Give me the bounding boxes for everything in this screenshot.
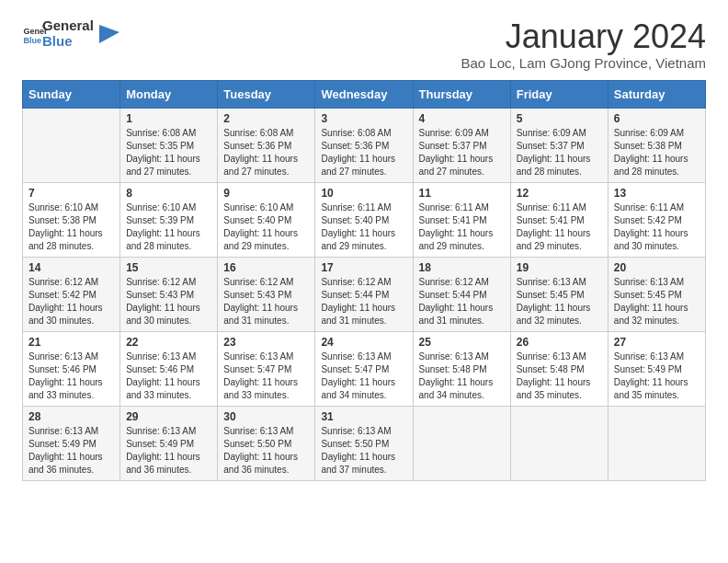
calendar-cell: 26Sunrise: 6:13 AMSunset: 5:48 PMDayligh… [510, 331, 608, 406]
day-number: 9 [223, 187, 309, 200]
calendar-cell: 17Sunrise: 6:12 AMSunset: 5:44 PMDayligh… [315, 257, 413, 331]
day-info: Sunrise: 6:08 AMSunset: 5:35 PMDaylight:… [126, 127, 211, 178]
calendar-cell [23, 108, 120, 182]
calendar-cell: 30Sunrise: 6:13 AMSunset: 5:50 PMDayligh… [218, 406, 315, 480]
calendar-cell: 24Sunrise: 6:13 AMSunset: 5:47 PMDayligh… [315, 331, 413, 406]
day-number: 18 [419, 261, 505, 274]
day-info: Sunrise: 6:13 AMSunset: 5:50 PMDaylight:… [223, 425, 309, 477]
day-info: Sunrise: 6:10 AMSunset: 5:39 PMDaylight:… [126, 201, 211, 253]
day-number: 17 [321, 261, 406, 274]
calendar-cell: 6Sunrise: 6:09 AMSunset: 5:38 PMDaylight… [608, 108, 705, 182]
calendar-cell: 28Sunrise: 6:13 AMSunset: 5:49 PMDayligh… [23, 406, 120, 480]
day-info: Sunrise: 6:13 AMSunset: 5:49 PMDaylight:… [614, 350, 700, 402]
day-number: 29 [126, 410, 211, 423]
day-info: Sunrise: 6:12 AMSunset: 5:43 PMDaylight:… [223, 276, 309, 327]
day-number: 11 [419, 187, 505, 200]
day-info: Sunrise: 6:13 AMSunset: 5:48 PMDaylight:… [517, 350, 602, 402]
header-day-sunday: Sunday [23, 80, 120, 108]
day-number: 3 [321, 112, 406, 125]
calendar-cell: 15Sunrise: 6:12 AMSunset: 5:43 PMDayligh… [120, 257, 218, 331]
day-number: 12 [517, 187, 602, 200]
calendar-cell [510, 406, 608, 480]
header-day-tuesday: Tuesday [218, 80, 315, 108]
logo-blue-text: Blue [42, 34, 94, 50]
day-info: Sunrise: 6:13 AMSunset: 5:46 PMDaylight:… [126, 350, 211, 402]
day-number: 4 [419, 112, 505, 125]
day-number: 15 [126, 261, 211, 274]
calendar-cell [608, 406, 705, 480]
header-day-monday: Monday [120, 80, 218, 108]
day-number: 6 [614, 112, 700, 125]
svg-text:Blue: Blue [23, 35, 41, 44]
day-number: 26 [517, 336, 602, 349]
calendar-cell: 1Sunrise: 6:08 AMSunset: 5:35 PMDaylight… [120, 108, 218, 182]
calendar-week-3: 14Sunrise: 6:12 AMSunset: 5:42 PMDayligh… [23, 257, 706, 331]
day-number: 14 [28, 261, 114, 274]
calendar-header: SundayMondayTuesdayWednesdayThursdayFrid… [23, 80, 706, 108]
calendar-cell: 14Sunrise: 6:12 AMSunset: 5:42 PMDayligh… [23, 257, 120, 331]
header-day-friday: Friday [510, 80, 608, 108]
day-number: 25 [419, 336, 505, 349]
day-info: Sunrise: 6:09 AMSunset: 5:37 PMDaylight:… [517, 127, 602, 178]
day-info: Sunrise: 6:13 AMSunset: 5:47 PMDaylight:… [321, 350, 406, 402]
calendar-cell: 5Sunrise: 6:09 AMSunset: 5:37 PMDaylight… [510, 108, 608, 182]
day-info: Sunrise: 6:12 AMSunset: 5:44 PMDaylight:… [419, 276, 505, 327]
calendar-cell: 29Sunrise: 6:13 AMSunset: 5:49 PMDayligh… [120, 406, 218, 480]
calendar-cell: 31Sunrise: 6:13 AMSunset: 5:50 PMDayligh… [315, 406, 413, 480]
calendar-cell: 4Sunrise: 6:09 AMSunset: 5:37 PMDaylight… [413, 108, 510, 182]
logo-arrow-icon [99, 17, 119, 45]
header-day-saturday: Saturday [608, 80, 705, 108]
calendar-cell: 2Sunrise: 6:08 AMSunset: 5:36 PMDaylight… [218, 108, 315, 182]
day-info: Sunrise: 6:08 AMSunset: 5:36 PMDaylight:… [223, 127, 309, 178]
day-number: 20 [614, 261, 700, 274]
day-number: 27 [614, 336, 700, 349]
day-info: Sunrise: 6:13 AMSunset: 5:49 PMDaylight:… [126, 425, 211, 477]
header: General Blue General Blue January 2024 B… [22, 18, 706, 71]
day-info: Sunrise: 6:11 AMSunset: 5:40 PMDaylight:… [321, 201, 406, 253]
day-info: Sunrise: 6:11 AMSunset: 5:41 PMDaylight:… [517, 201, 602, 253]
calendar-cell: 3Sunrise: 6:08 AMSunset: 5:36 PMDaylight… [315, 108, 413, 182]
calendar-cell: 12Sunrise: 6:11 AMSunset: 5:41 PMDayligh… [510, 182, 608, 257]
day-info: Sunrise: 6:13 AMSunset: 5:49 PMDaylight:… [28, 425, 114, 477]
day-info: Sunrise: 6:10 AMSunset: 5:40 PMDaylight:… [223, 201, 309, 253]
calendar-cell: 19Sunrise: 6:13 AMSunset: 5:45 PMDayligh… [510, 257, 608, 331]
calendar-cell: 25Sunrise: 6:13 AMSunset: 5:48 PMDayligh… [413, 331, 510, 406]
calendar-cell: 23Sunrise: 6:13 AMSunset: 5:47 PMDayligh… [218, 331, 315, 406]
day-number: 5 [517, 112, 602, 125]
calendar-cell: 11Sunrise: 6:11 AMSunset: 5:41 PMDayligh… [413, 182, 510, 257]
day-number: 30 [223, 410, 309, 423]
day-info: Sunrise: 6:11 AMSunset: 5:42 PMDaylight:… [614, 201, 700, 253]
calendar-cell: 8Sunrise: 6:10 AMSunset: 5:39 PMDaylight… [120, 182, 218, 257]
calendar-cell: 20Sunrise: 6:13 AMSunset: 5:45 PMDayligh… [608, 257, 705, 331]
title-section: January 2024 Bao Loc, Lam GJong Province… [461, 18, 706, 71]
day-info: Sunrise: 6:13 AMSunset: 5:45 PMDaylight:… [614, 276, 700, 327]
day-info: Sunrise: 6:13 AMSunset: 5:50 PMDaylight:… [321, 425, 406, 477]
day-info: Sunrise: 6:13 AMSunset: 5:48 PMDaylight:… [419, 350, 505, 402]
calendar-cell: 9Sunrise: 6:10 AMSunset: 5:40 PMDaylight… [218, 182, 315, 257]
svg-marker-3 [99, 25, 119, 43]
day-number: 19 [517, 261, 602, 274]
calendar-table: SundayMondayTuesdayWednesdayThursdayFrid… [22, 80, 706, 481]
day-number: 10 [321, 187, 406, 200]
calendar-week-4: 21Sunrise: 6:13 AMSunset: 5:46 PMDayligh… [23, 331, 706, 406]
day-number: 24 [321, 336, 406, 349]
day-number: 23 [223, 336, 309, 349]
calendar-cell: 21Sunrise: 6:13 AMSunset: 5:46 PMDayligh… [23, 331, 120, 406]
day-info: Sunrise: 6:12 AMSunset: 5:43 PMDaylight:… [126, 276, 211, 327]
page-subtitle: Bao Loc, Lam GJong Province, Vietnam [461, 55, 706, 71]
day-info: Sunrise: 6:13 AMSunset: 5:45 PMDaylight:… [517, 276, 602, 327]
calendar-cell: 16Sunrise: 6:12 AMSunset: 5:43 PMDayligh… [218, 257, 315, 331]
logo-general-text: General [42, 18, 94, 34]
day-number: 28 [28, 410, 114, 423]
calendar-cell: 18Sunrise: 6:12 AMSunset: 5:44 PMDayligh… [413, 257, 510, 331]
day-info: Sunrise: 6:11 AMSunset: 5:41 PMDaylight:… [419, 201, 505, 253]
day-info: Sunrise: 6:10 AMSunset: 5:38 PMDaylight:… [28, 201, 114, 253]
day-number: 16 [223, 261, 309, 274]
calendar-cell: 10Sunrise: 6:11 AMSunset: 5:40 PMDayligh… [315, 182, 413, 257]
day-info: Sunrise: 6:08 AMSunset: 5:36 PMDaylight:… [321, 127, 406, 178]
day-number: 13 [614, 187, 700, 200]
calendar-week-1: 1Sunrise: 6:08 AMSunset: 5:35 PMDaylight… [23, 108, 706, 182]
day-info: Sunrise: 6:12 AMSunset: 5:42 PMDaylight:… [28, 276, 114, 327]
day-number: 1 [126, 112, 211, 125]
calendar-week-2: 7Sunrise: 6:10 AMSunset: 5:38 PMDaylight… [23, 182, 706, 257]
